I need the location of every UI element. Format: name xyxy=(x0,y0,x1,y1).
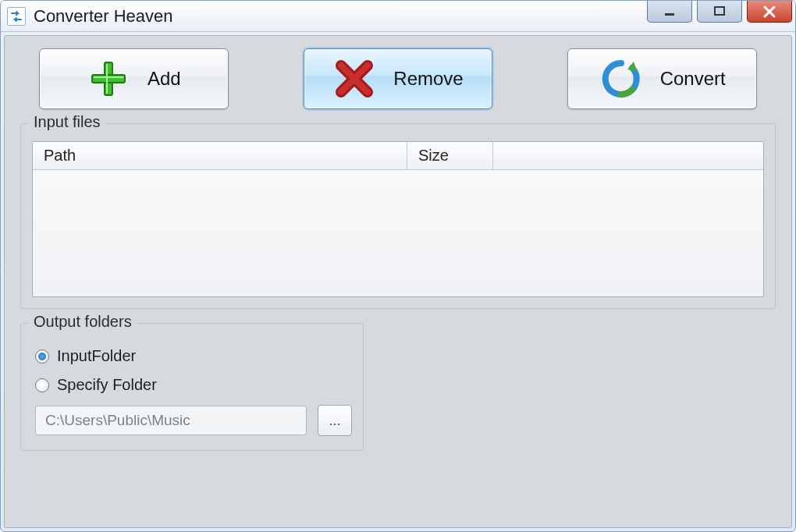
browse-button[interactable]: ... xyxy=(318,405,352,436)
radio-icon xyxy=(35,378,49,392)
minimize-button[interactable] xyxy=(647,1,692,23)
client-area: Add Remove xyxy=(4,35,792,528)
column-header-size[interactable]: Size xyxy=(407,142,493,169)
x-icon xyxy=(332,57,376,101)
column-header-path[interactable]: Path xyxy=(33,142,407,169)
input-files-list[interactable]: Path Size xyxy=(32,141,764,297)
radio-icon xyxy=(35,349,49,364)
app-window: Converter Heaven xyxy=(0,0,796,532)
radio-input-folder[interactable]: InputFolder xyxy=(35,347,352,365)
svg-rect-0 xyxy=(665,13,674,16)
convert-button[interactable]: Convert xyxy=(567,48,757,109)
toolbar: Add Remove xyxy=(20,48,776,109)
window-title: Converter Heaven xyxy=(34,6,173,27)
plus-icon xyxy=(87,57,130,101)
add-button-label: Add xyxy=(147,68,181,90)
input-files-legend: Input files xyxy=(29,113,105,131)
remove-button[interactable]: Remove xyxy=(304,48,493,109)
output-folders-legend: Output folders xyxy=(29,313,137,331)
svg-rect-5 xyxy=(94,76,123,78)
window-controls xyxy=(647,1,795,23)
app-icon xyxy=(7,7,26,26)
svg-rect-1 xyxy=(715,7,724,15)
list-header: Path Size xyxy=(33,142,763,170)
maximize-icon xyxy=(712,4,727,20)
refresh-icon xyxy=(599,57,643,101)
add-button[interactable]: Add xyxy=(39,48,229,109)
radio-specify-folder-label: Specify Folder xyxy=(57,376,157,394)
radio-specify-folder[interactable]: Specify Folder xyxy=(35,376,352,394)
output-path-field[interactable]: C:\Users\Public\Music xyxy=(35,406,307,435)
minimize-icon xyxy=(662,4,677,20)
close-icon xyxy=(761,3,778,20)
column-header-spacer xyxy=(493,142,763,169)
output-path-row: C:\Users\Public\Music ... xyxy=(35,405,352,436)
radio-input-folder-label: InputFolder xyxy=(57,347,136,365)
remove-button-label: Remove xyxy=(393,68,463,90)
output-folders-group: Output folders InputFolder Specify Folde… xyxy=(20,323,364,451)
input-files-group: Input files Path Size xyxy=(20,123,776,309)
convert-button-label: Convert xyxy=(660,68,726,90)
close-button[interactable] xyxy=(747,1,792,23)
svg-rect-4 xyxy=(106,64,108,94)
titlebar: Converter Heaven xyxy=(1,1,795,32)
list-body[interactable] xyxy=(33,170,763,296)
svg-rect-3 xyxy=(92,75,125,83)
maximize-button[interactable] xyxy=(697,1,742,23)
